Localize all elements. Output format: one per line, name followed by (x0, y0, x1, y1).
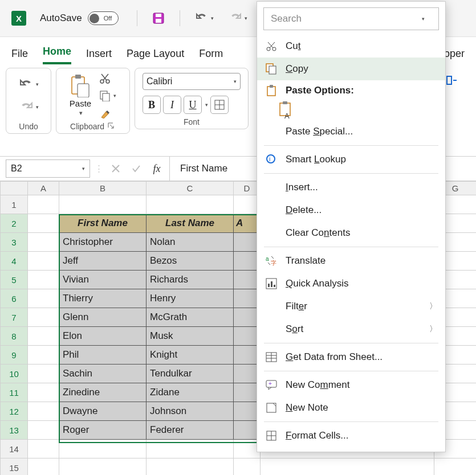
dialog-launcher-icon[interactable] (108, 122, 116, 130)
context-search-input[interactable]: Search ▾ (263, 7, 439, 30)
autosave-toggle[interactable]: Off (88, 11, 119, 25)
col-header-b[interactable]: B (59, 182, 147, 195)
dropdown-caret-icon[interactable]: ▾ (79, 109, 83, 117)
tab-home[interactable]: Home (43, 46, 71, 64)
menu-format-cells[interactable]: Format Cells... (257, 424, 445, 447)
font-name-select[interactable]: Calibri ▾ (143, 73, 241, 90)
paste-button[interactable]: Paste ▾ (70, 75, 91, 117)
svg-rect-36 (271, 281, 272, 287)
table-cell[interactable]: Richards (147, 271, 234, 289)
merge-button-partial[interactable] (444, 72, 460, 88)
autosave-control[interactable]: AutoSave Off (40, 11, 119, 25)
redo-button-ribbon[interactable]: ▾ (17, 99, 41, 115)
table-cell[interactable]: Johnson (147, 402, 234, 421)
table-cell[interactable]: McGrath (147, 308, 234, 327)
menu-copy[interactable]: Copy (257, 58, 445, 80)
header-last-name[interactable]: Last Name (147, 214, 234, 233)
dropdown-caret-icon[interactable]: ▾ (211, 15, 214, 21)
undo-button-ribbon[interactable]: ▾ (17, 76, 41, 92)
row-header[interactable]: 4 (1, 252, 28, 271)
svg-rect-20 (447, 76, 451, 84)
table-cell[interactable]: Musk (147, 327, 234, 346)
row-header[interactable]: 14 (1, 440, 28, 458)
row-header[interactable]: 5 (1, 271, 28, 289)
col-header-a[interactable]: A (28, 182, 59, 195)
row-header[interactable]: 7 (1, 308, 28, 327)
table-cell[interactable]: Federer (147, 421, 234, 440)
redo-button[interactable]: ▾ (226, 10, 250, 26)
borders-button[interactable] (210, 96, 229, 114)
format-painter-button[interactable] (99, 107, 116, 118)
tab-insert[interactable]: Insert (86, 48, 112, 64)
undo-button[interactable]: ▾ (193, 10, 216, 26)
table-cell[interactable]: Roger (59, 421, 147, 440)
table-cell[interactable]: Dwayne (59, 402, 147, 421)
table-cell[interactable]: Nolan (147, 233, 234, 252)
row-header[interactable]: 1 (1, 195, 28, 214)
table-cell[interactable]: Zidane (147, 383, 234, 402)
ribbon-group-undo: ▾ ▾ Undo (6, 68, 51, 134)
select-all-corner[interactable] (1, 182, 28, 195)
chevron-right-icon: 〉 (429, 301, 437, 312)
row-header[interactable]: 8 (1, 327, 28, 346)
table-cell[interactable]: Jeff (59, 252, 147, 271)
menu-smart-lookup[interactable]: i Smart Lookup (257, 148, 445, 171)
underline-button[interactable]: U (184, 96, 202, 114)
row-header[interactable]: 15 (1, 458, 28, 476)
menu-new-note[interactable]: New Note (257, 396, 445, 419)
dropdown-caret-icon[interactable]: ▾ (205, 102, 208, 108)
row-header[interactable]: 13 (1, 421, 28, 440)
svg-rect-26 (270, 85, 273, 88)
menu-quick-analysis[interactable]: Quick Analysis (257, 272, 445, 295)
row-header[interactable]: 6 (1, 289, 28, 308)
row-header[interactable]: 12 (1, 402, 28, 421)
col-header-c[interactable]: C (147, 182, 234, 195)
table-cell[interactable]: Glenn (59, 308, 147, 327)
menu-insert[interactable]: Insert... (257, 176, 445, 199)
table-cell[interactable]: Bezos (147, 252, 234, 271)
table-cell[interactable]: Henry (147, 289, 234, 308)
copy-button[interactable]: ▾ (99, 90, 116, 101)
row-header[interactable]: 10 (1, 365, 28, 383)
table-cell[interactable]: Sachin (59, 365, 147, 383)
table-cell[interactable]: Christopher (59, 233, 147, 252)
menu-new-comment[interactable]: + New Comment (257, 374, 445, 396)
table-cell[interactable]: Zinedine (59, 383, 147, 402)
bold-button[interactable]: B (143, 96, 161, 114)
table-cell[interactable]: Tendulkar (147, 365, 234, 383)
confirm-edit-button[interactable] (128, 161, 144, 177)
menu-sort[interactable]: Sort 〉 (257, 318, 445, 341)
tab-formulas-partial[interactable]: Form (199, 48, 223, 64)
menu-filter[interactable]: Filter 〉 (257, 295, 445, 318)
italic-button[interactable]: I (163, 96, 181, 114)
cut-button[interactable] (99, 73, 116, 84)
paste-option-default[interactable]: A (278, 101, 297, 120)
row-header[interactable]: 11 (1, 383, 28, 402)
scissors-icon (265, 40, 278, 52)
menu-cut[interactable]: Cut (257, 35, 445, 58)
row-header[interactable]: 9 (1, 346, 28, 365)
cancel-edit-button[interactable] (108, 161, 124, 177)
tab-file[interactable]: File (11, 48, 28, 64)
table-cell[interactable]: Vivian (59, 271, 147, 289)
menu-paste-special[interactable]: Paste Special... (257, 120, 445, 143)
table-cell[interactable]: Phil (59, 346, 147, 365)
dropdown-caret-icon[interactable]: ▾ (245, 15, 247, 21)
row-header[interactable]: 2 (1, 214, 28, 233)
svg-point-30 (267, 155, 275, 163)
menu-get-data[interactable]: Get Data from Sheet... (257, 346, 445, 368)
context-menu: Search ▾ Cut Copy Paste Options: A Paste… (257, 1, 446, 452)
insert-function-button[interactable]: fx (149, 161, 165, 177)
table-cell[interactable]: Elon (59, 327, 147, 346)
row-header[interactable]: 3 (1, 233, 28, 252)
header-first-name[interactable]: First Name (59, 214, 147, 233)
menu-translate[interactable]: a字 Translate (257, 249, 445, 272)
table-cell[interactable]: Thierry (59, 289, 147, 308)
menu-delete[interactable]: Delete... (257, 199, 445, 222)
format-cells-icon (265, 429, 278, 442)
table-cell[interactable]: Knight (147, 346, 234, 365)
save-button[interactable] (150, 10, 167, 27)
name-box[interactable]: B2 ▾ (6, 159, 90, 178)
menu-clear-contents[interactable]: Clear Contents (257, 222, 445, 244)
tab-page-layout[interactable]: Page Layout (127, 48, 184, 64)
